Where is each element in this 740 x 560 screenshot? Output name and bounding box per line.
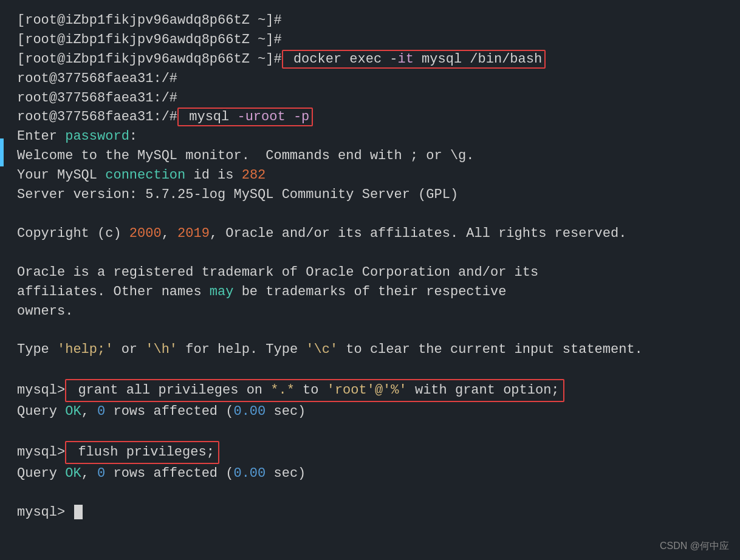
terminal-window: [root@iZbp1fikjpv96awdq8p66tZ ~]# [root@… <box>0 0 740 560</box>
empty-line <box>17 360 723 379</box>
terminal-line-oracle2: affiliates. Other names may be trademark… <box>17 282 723 302</box>
terminal-line-welcome: Welcome to the MySQL monitor. Commands e… <box>17 146 723 166</box>
terminal-line-copyright: Copyright (c) 2000, 2019, Oracle and/or … <box>17 224 723 244</box>
empty-line <box>17 244 723 263</box>
watermark: CSDN @何中应 <box>660 539 729 553</box>
terminal-line-enter-password: Enter password: <box>17 127 723 146</box>
terminal-line-mysql-login: root@377568faea31:/# mysql -uroot -p <box>17 108 723 127</box>
terminal-line-query-ok1: Query OK, 0 rows affected (0.00 sec) <box>17 402 723 422</box>
mysql-login-highlight: mysql -uroot -p <box>177 108 313 126</box>
terminal-line-owners: owners. <box>17 302 723 321</box>
empty-line <box>17 321 723 340</box>
flush-cmd-highlight: flush privileges; <box>65 441 219 464</box>
grant-cmd-highlight: grant all privileges on *.* to 'root'@'%… <box>65 379 564 402</box>
terminal-line-flush: mysql> flush privileges; <box>17 441 723 464</box>
terminal-line-oracle1: Oracle is a registered trademark of Orac… <box>17 263 723 282</box>
terminal-line: [root@iZbp1fikjpv96awdq8p66tZ ~]# <box>17 11 723 30</box>
terminal-line-query-ok2: Query OK, 0 rows affected (0.00 sec) <box>17 464 723 483</box>
empty-line <box>17 422 723 441</box>
terminal-line-type-help: Type 'help;' or '\h' for help. Type '\c'… <box>17 340 723 360</box>
left-accent-bar <box>0 138 4 166</box>
terminal-line: root@377568faea31:/# <box>17 89 723 108</box>
docker-cmd-highlight: docker exec -it mysql /bin/bash <box>282 50 546 69</box>
terminal-line-cursor: mysql> <box>17 503 723 522</box>
terminal-line: root@377568faea31:/# <box>17 69 723 89</box>
terminal-line: [root@iZbp1fikjpv96awdq8p66tZ ~]# <box>17 30 723 50</box>
terminal-line-docker: [root@iZbp1fikjpv96awdq8p66tZ ~]# docker… <box>17 50 723 69</box>
terminal-line-server-version: Server version: 5.7.25-log MySQL Communi… <box>17 185 723 205</box>
terminal-line-connection: Your MySQL connection id is 282 <box>17 166 723 185</box>
empty-line <box>17 205 723 224</box>
empty-line <box>17 483 723 503</box>
terminal-line-grant: mysql> grant all privileges on *.* to 'r… <box>17 379 723 402</box>
cursor-block <box>74 505 83 519</box>
